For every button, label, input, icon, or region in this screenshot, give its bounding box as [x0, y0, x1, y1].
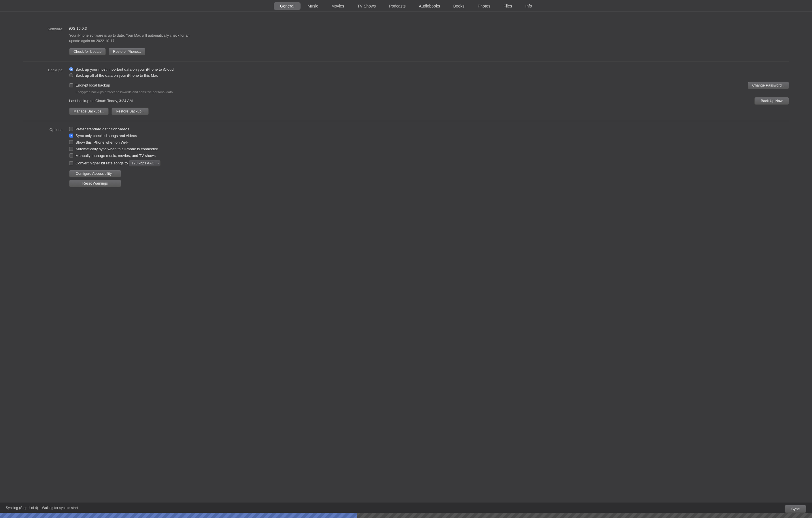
change-password-button[interactable]: Change Password...	[748, 82, 789, 89]
bottom-bar: Syncing (Step 1 of 4) – Waiting for sync…	[0, 502, 812, 518]
tab-music[interactable]: Music	[301, 2, 324, 10]
option-manually-manage[interactable]: Manually manage music, movies, and TV sh…	[69, 154, 789, 158]
software-section: Software: iOS 16.0.3 Your iPhone softwar…	[23, 21, 789, 61]
software-content: iOS 16.0.3 Your iPhone software is up to…	[69, 26, 789, 55]
check-for-update-button[interactable]: Check for Update	[69, 48, 106, 55]
main-content: Software: iOS 16.0.3 Your iPhone softwar…	[0, 12, 812, 499]
back-up-now-button[interactable]: Back Up Now	[754, 97, 789, 105]
convert-dropdown[interactable]: 128 kbps AAC	[129, 160, 161, 166]
software-buttons: Check for Update Restore iPhone...	[69, 48, 789, 55]
option-prefer-sd[interactable]: Prefer standard definition videos	[69, 127, 789, 131]
option-convert[interactable]: Convert higher bit rate songs to 128 kbp…	[69, 160, 789, 166]
manage-backups-button[interactable]: Manage Backups...	[69, 108, 109, 115]
sync-status-text: Syncing (Step 1 of 4) – Waiting for sync…	[6, 506, 78, 510]
options-label: Options:	[23, 127, 69, 132]
tab-photos[interactable]: Photos	[471, 2, 497, 10]
tab-files[interactable]: Files	[497, 2, 518, 10]
convert-checkbox[interactable]	[69, 161, 73, 165]
tab-books[interactable]: Books	[447, 2, 471, 10]
software-label: Software:	[23, 26, 69, 31]
option-auto-sync[interactable]: Automatically sync when this iPhone is c…	[69, 147, 789, 151]
show-wifi-label: Show this iPhone when on Wi-Fi	[76, 140, 129, 144]
radio-icloud-input[interactable]	[69, 67, 73, 71]
encrypt-checkbox[interactable]	[69, 83, 73, 87]
auto-sync-checkbox[interactable]	[69, 147, 73, 151]
encrypt-row: Encrypt local backup Change Password...	[69, 82, 789, 89]
backups-section: Backups: Back up your most important dat…	[23, 61, 789, 121]
backup-radio-group: Back up your most important data on your…	[69, 67, 789, 78]
sync-checked-checkbox[interactable]	[69, 134, 73, 138]
top-nav: General Music Movies TV Shows Podcasts A…	[0, 0, 812, 12]
encrypt-description: Encrypted backups protect passwords and …	[76, 90, 789, 94]
convert-dropdown-wrapper[interactable]: 128 kbps AAC	[129, 160, 161, 166]
backups-label: Backups:	[23, 67, 69, 72]
tab-info[interactable]: Info	[519, 2, 538, 10]
tab-general[interactable]: General	[274, 2, 301, 10]
last-backup-label: Last backup to iCloud: Today, 3:24 AM	[69, 99, 133, 103]
radio-icloud[interactable]: Back up your most important data on your…	[69, 67, 789, 72]
configure-accessibility-button[interactable]: Configure Accessibility...	[69, 170, 121, 178]
manually-manage-checkbox[interactable]	[69, 154, 73, 158]
options-section: Options: Prefer standard definition vide…	[23, 121, 789, 193]
tab-audiobooks[interactable]: Audiobooks	[413, 2, 446, 10]
option-sync-checked[interactable]: Sync only checked songs and videos	[69, 134, 789, 138]
last-backup-row: Last backup to iCloud: Today, 3:24 AM Ba…	[69, 97, 789, 105]
restore-backup-button[interactable]: Restore Backup...	[112, 108, 149, 115]
show-wifi-checkbox[interactable]	[69, 140, 73, 144]
encrypt-left: Encrypt local backup	[69, 83, 110, 87]
reset-warnings-button[interactable]: Reset Warnings	[69, 180, 121, 187]
manually-manage-label: Manually manage music, movies, and TV sh…	[76, 154, 155, 158]
prefer-sd-checkbox[interactable]	[69, 127, 73, 131]
auto-sync-label: Automatically sync when this iPhone is c…	[76, 147, 158, 151]
tab-podcasts[interactable]: Podcasts	[383, 2, 412, 10]
convert-label: Convert higher bit rate songs to	[76, 161, 128, 165]
software-description: Your iPhone software is up to date. Your…	[69, 33, 242, 44]
options-checkbox-group: Prefer standard definition videos Sync o…	[69, 127, 789, 166]
radio-mac-label: Back up all of the data on your iPhone t…	[76, 73, 158, 78]
sync-checked-label: Sync only checked songs and videos	[76, 134, 137, 138]
radio-icloud-label: Back up your most important data on your…	[76, 67, 173, 72]
radio-mac[interactable]: Back up all of the data on your iPhone t…	[69, 73, 789, 78]
options-content: Prefer standard definition videos Sync o…	[69, 127, 789, 187]
restore-iphone-button[interactable]: Restore iPhone...	[109, 48, 145, 55]
tab-movies[interactable]: Movies	[325, 2, 350, 10]
manage-row: Manage Backups... Restore Backup...	[69, 108, 789, 115]
prefer-sd-label: Prefer standard definition videos	[76, 127, 129, 131]
backups-content: Back up your most important data on your…	[69, 67, 789, 115]
encrypt-label: Encrypt local backup	[76, 83, 110, 87]
option-show-wifi[interactable]: Show this iPhone when on Wi-Fi	[69, 140, 789, 144]
tab-tv-shows[interactable]: TV Shows	[351, 2, 382, 10]
radio-mac-input[interactable]	[69, 73, 73, 77]
ios-version: iOS 16.0.3	[69, 26, 789, 31]
sync-button[interactable]: Sync	[785, 505, 806, 513]
